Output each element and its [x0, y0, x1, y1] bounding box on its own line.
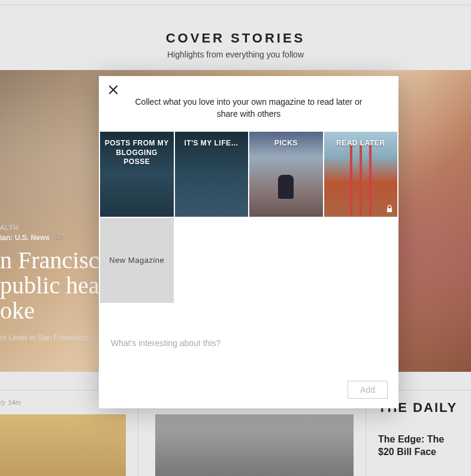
- magazine-tile[interactable]: POSTS FROM MY BLOGGING POSSE: [100, 132, 174, 217]
- modal-intro-text: Collect what you love into your own maga…: [99, 76, 398, 132]
- magazine-label: POSTS FROM MY BLOGGING POSSE: [100, 139, 174, 167]
- lock-icon: [385, 205, 394, 213]
- magazine-tile[interactable]: PICKS: [249, 132, 323, 217]
- cover-stories-subtitle: Highlights from everything you follow: [0, 50, 471, 59]
- magazine-tile[interactable]: READ LATER: [324, 132, 398, 217]
- add-button[interactable]: Add: [348, 381, 388, 399]
- comment-input[interactable]: [111, 338, 387, 355]
- magazine-tile[interactable]: IT'S MY LIFE…: [175, 132, 249, 217]
- article-thumbnail[interactable]: [155, 414, 354, 476]
- article-time: 14m: [8, 399, 20, 406]
- magazine-label: READ LATER: [333, 139, 388, 148]
- hero-category: ALTH: [0, 224, 111, 231]
- hero-headline: n Francisco public hea oke: [0, 248, 111, 323]
- collect-modal: Collect what you love into your own maga…: [99, 76, 398, 408]
- close-button[interactable]: [107, 84, 122, 98]
- close-icon: [107, 84, 119, 96]
- magazine-label: IT'S MY LIFE…: [181, 139, 242, 148]
- magazine-label: PICKS: [271, 139, 301, 148]
- cover-stories-title: COVER STORIES: [0, 31, 471, 46]
- article-headline[interactable]: The Edge: The $20 Bill Face: [378, 433, 459, 459]
- hero-source: ian: U.S. News: [0, 234, 50, 242]
- clock-icon: ◷: [0, 399, 5, 406]
- article-thumbnail[interactable]: [0, 414, 126, 476]
- new-magazine-tile[interactable]: New Magazine: [100, 218, 174, 303]
- new-magazine-label: New Magazine: [105, 256, 168, 266]
- hero-byline: m Levin in San Francisco: [0, 333, 111, 342]
- hero-time: 1h: [55, 234, 63, 242]
